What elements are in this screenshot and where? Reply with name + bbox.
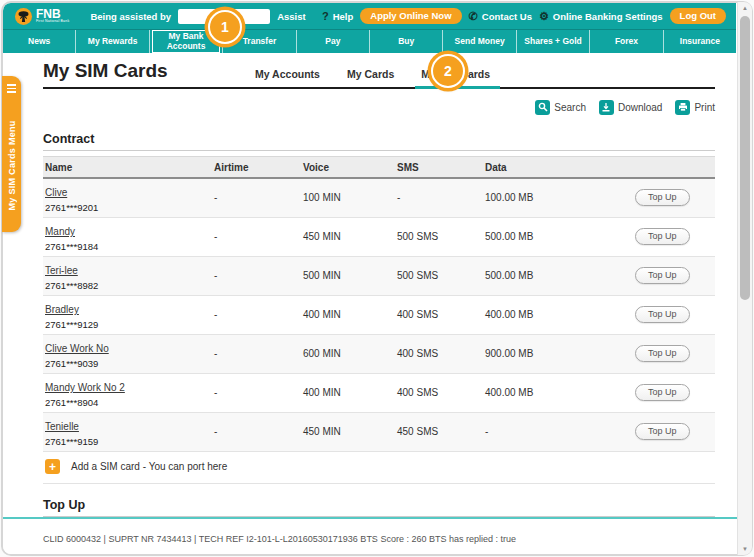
log-out-button[interactable]: Log Out xyxy=(670,8,726,24)
nav-item-pay[interactable]: Pay xyxy=(296,30,369,53)
sim-name-link[interactable]: Mandy Work No 2 xyxy=(45,382,125,393)
print-button[interactable]: Print xyxy=(675,100,715,115)
sms-value: 400 SMS xyxy=(397,309,485,320)
column-header-name: Name xyxy=(45,162,214,173)
sms-value: 400 SMS xyxy=(397,387,485,398)
top-up-button[interactable]: Top Up xyxy=(635,228,690,246)
gear-icon: ⚙ xyxy=(539,11,549,22)
column-header-airtime: Airtime xyxy=(214,162,303,173)
name-cell: Clive 2761***9201 xyxy=(45,182,214,213)
section-heading: Contract xyxy=(43,132,715,151)
nav-item-forex[interactable]: Forex xyxy=(589,30,662,53)
sim-name-link[interactable]: Tenielle xyxy=(45,421,79,432)
nav-item-news[interactable]: News xyxy=(3,30,75,53)
top-bar: FNB First National Bank Being assisted b… xyxy=(3,3,736,29)
data-value: 400.00 MB xyxy=(485,387,635,398)
fnb-wordmark: FNB First National Bank xyxy=(36,8,69,24)
action-cell: Top Up xyxy=(635,228,715,246)
top-up-button[interactable]: Top Up xyxy=(635,189,690,207)
fnb-tree-icon xyxy=(15,8,32,25)
name-cell: Tenielle 2761***9159 xyxy=(45,416,214,447)
sms-value: 500 SMS xyxy=(397,231,485,242)
table-row: Clive 2761***9201 - 100 MIN - 100.00 MB … xyxy=(43,179,715,218)
airtime-value: - xyxy=(214,348,303,359)
sim-name-link[interactable]: Mandy xyxy=(45,226,75,237)
table-row: Bradley 2761***9129 - 400 MIN 400 SMS 40… xyxy=(43,296,715,335)
main-content: My SIM Cards My Accounts My Cards My SIM… xyxy=(3,53,751,554)
table-rows: Clive 2761***9201 - 100 MIN - 100.00 MB … xyxy=(43,179,715,452)
sim-section: Contract Name Airtime Voice SMS Data Cli… xyxy=(43,132,715,484)
nav-item-send-money[interactable]: Send Money xyxy=(442,30,515,53)
menu-icon xyxy=(7,84,16,93)
nav-item-buy[interactable]: Buy xyxy=(369,30,442,53)
airtime-value: - xyxy=(214,309,303,320)
action-cell: Top Up xyxy=(635,306,715,324)
sim-section: Top Up Name Airtime Voice SMS Data Tenie… xyxy=(43,498,715,519)
sim-number: 2761***8982 xyxy=(45,280,214,291)
add-sim-card-link[interactable]: + Add a SIM card - You can port here xyxy=(43,452,715,484)
action-cell: Top Up xyxy=(635,189,715,207)
tab-my-cards[interactable]: My Cards xyxy=(347,68,394,82)
data-value: 900.00 MB xyxy=(485,348,635,359)
add-sim-card-label: Add a SIM card - You can port here xyxy=(71,461,227,472)
top-up-button[interactable]: Top Up xyxy=(635,267,690,285)
airtime-value: - xyxy=(214,387,303,398)
title-row: My SIM Cards My Accounts My Cards My SIM… xyxy=(43,53,715,89)
voice-value: 400 MIN xyxy=(303,309,397,320)
download-button[interactable]: Download xyxy=(599,100,662,115)
voice-value: 450 MIN xyxy=(303,426,397,437)
data-value: - xyxy=(485,426,635,437)
sim-cards-menu-side-tab[interactable]: My SIM Cards Menu xyxy=(2,76,21,232)
search-icon xyxy=(535,100,550,115)
vertical-scrollbar[interactable]: ▲ ▼ xyxy=(737,2,752,555)
online-banking-settings-link[interactable]: ⚙ Online Banking Settings xyxy=(539,11,663,22)
question-mark-icon: ? xyxy=(322,11,329,22)
plus-icon: + xyxy=(45,459,60,474)
name-cell: Bradley 2761***9129 xyxy=(45,299,214,330)
nav: NewsMy RewardsMy Bank AccountsTransferPa… xyxy=(3,29,736,53)
table-row: Mandy 2761***9184 - 450 MIN 500 SMS 500.… xyxy=(43,218,715,257)
assist-button[interactable]: Assist xyxy=(277,11,306,22)
column-header-sms: SMS xyxy=(397,162,485,173)
sim-number: 2761***9184 xyxy=(45,241,214,252)
tab-my-accounts[interactable]: My Accounts xyxy=(255,68,320,82)
download-icon xyxy=(599,100,614,115)
top-up-button[interactable]: Top Up xyxy=(635,423,690,441)
sim-name-link[interactable]: Clive xyxy=(45,187,67,198)
name-cell: Mandy 2761***9184 xyxy=(45,221,214,252)
contact-us-link[interactable]: ✆ Contact Us xyxy=(469,11,532,22)
sim-name-link[interactable]: Bradley xyxy=(45,304,79,315)
airtime-value: - xyxy=(214,426,303,437)
table-row: Mandy Work No 2 2761***8904 - 400 MIN 40… xyxy=(43,374,715,413)
data-value: 100.00 MB xyxy=(485,192,635,203)
voice-value: 100 MIN xyxy=(303,192,397,203)
voice-value: 450 MIN xyxy=(303,231,397,242)
sim-name-link[interactable]: Clive Work No xyxy=(45,343,109,354)
apply-online-now-button[interactable]: Apply Online Now xyxy=(360,8,461,24)
fnb-logo: FNB First National Bank xyxy=(15,8,69,25)
airtime-value: - xyxy=(214,270,303,281)
scrollbar-thumb[interactable] xyxy=(740,16,750,300)
sim-name-link[interactable]: Teri-lee xyxy=(45,265,78,276)
annotation-step-1: 1 xyxy=(208,10,242,44)
table-row: Tenielle 2761***9159 - 450 MIN 450 SMS -… xyxy=(43,413,715,452)
table-row: Clive Work No 2761***9039 - 600 MIN 400 … xyxy=(43,335,715,374)
phone-icon: ✆ xyxy=(469,11,478,22)
scroll-down-arrow-icon[interactable]: ▼ xyxy=(738,546,752,552)
data-value: 500.00 MB xyxy=(485,231,635,242)
top-up-button[interactable]: Top Up xyxy=(635,306,690,324)
action-cell: Top Up xyxy=(635,384,715,402)
nav-item-my-rewards[interactable]: My Rewards xyxy=(75,30,148,53)
top-up-button[interactable]: Top Up xyxy=(635,345,690,363)
sms-value: 500 SMS xyxy=(397,270,485,281)
nav-item-shares-gold[interactable]: Shares + Gold xyxy=(516,30,589,53)
top-up-button[interactable]: Top Up xyxy=(635,384,690,402)
column-header-data: Data xyxy=(485,162,635,173)
sim-number: 2761***9039 xyxy=(45,358,214,369)
nav-item-insurance[interactable]: Insurance xyxy=(663,30,736,53)
scroll-up-arrow-icon[interactable]: ▲ xyxy=(738,5,752,11)
column-header-voice: Voice xyxy=(303,162,397,173)
search-button[interactable]: Search xyxy=(535,100,586,115)
help-link[interactable]: ? Help xyxy=(322,11,353,22)
voice-value: 600 MIN xyxy=(303,348,397,359)
